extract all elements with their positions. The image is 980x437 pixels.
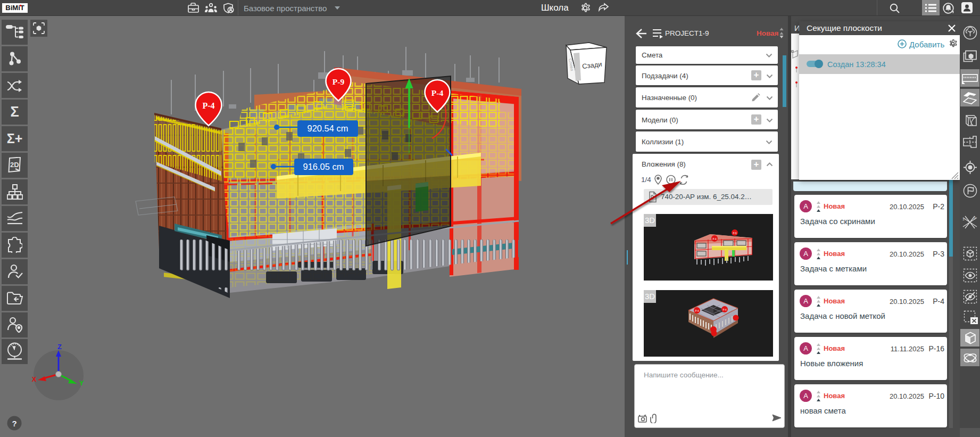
svg-text:P-4: P-4 <box>431 88 444 97</box>
svg-text:P-9: P-9 <box>733 232 737 235</box>
svg-text:2: 2 <box>974 216 976 220</box>
svg-text:P-4: P-4 <box>722 309 727 311</box>
svg-text:Z: Z <box>57 343 62 351</box>
svg-text:916.05 cm: 916.05 cm <box>303 162 344 171</box>
svg-text:2D: 2D <box>10 161 19 169</box>
svg-text:P-4: P-4 <box>202 101 214 110</box>
svg-text:P-9: P-9 <box>333 77 345 86</box>
svg-text:920.54 cm: 920.54 cm <box>307 123 348 133</box>
svg-text:P-4: P-4 <box>712 238 717 241</box>
svg-text:Y: Y <box>79 379 84 387</box>
svg-text:X: X <box>32 375 37 383</box>
svg-text:1: 1 <box>962 217 965 221</box>
svg-text:?: ? <box>12 419 16 428</box>
svg-text:P-4: P-4 <box>695 310 699 312</box>
